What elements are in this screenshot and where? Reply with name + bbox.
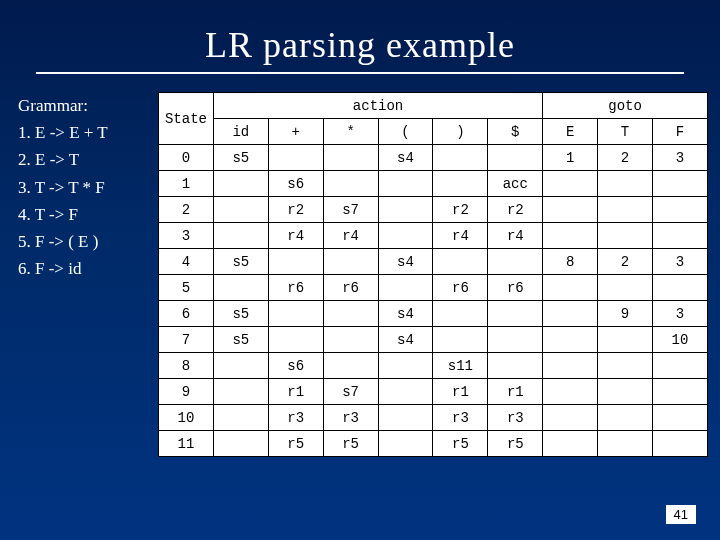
table-cell [323, 171, 378, 197]
table-cell [598, 171, 653, 197]
table-cell: r1 [268, 379, 323, 405]
table-cell [488, 249, 543, 275]
table-cell: r3 [323, 405, 378, 431]
table-cell [268, 327, 323, 353]
table-cell [653, 171, 708, 197]
table-cell: acc [488, 171, 543, 197]
col-header: $ [488, 119, 543, 145]
table-cell: 9 [598, 301, 653, 327]
table-cell [433, 249, 488, 275]
table-cell [378, 197, 433, 223]
table-cell: s4 [378, 249, 433, 275]
table-cell [488, 353, 543, 379]
table-cell [323, 327, 378, 353]
grammar-rule: 5. F -> ( E ) [18, 228, 148, 255]
grammar-heading: Grammar: [18, 92, 148, 119]
table-cell [653, 197, 708, 223]
table-cell [433, 327, 488, 353]
table-cell [653, 223, 708, 249]
page-number: 41 [666, 505, 696, 524]
table-cell [378, 379, 433, 405]
table-cell [323, 145, 378, 171]
table-cell [488, 327, 543, 353]
grammar-block: Grammar: 1. E -> E + T 2. E -> T 3. T ->… [18, 92, 158, 282]
table-cell: r1 [433, 379, 488, 405]
table-cell: r3 [268, 405, 323, 431]
table-cell: r1 [488, 379, 543, 405]
table-cell [213, 431, 268, 457]
slide-title: LR parsing example [0, 0, 720, 72]
table-cell: 3 [653, 249, 708, 275]
table-cell: r5 [268, 431, 323, 457]
table-cell: 2 [598, 249, 653, 275]
table-cell [433, 301, 488, 327]
table-cell: s5 [213, 145, 268, 171]
table-cell: r6 [268, 275, 323, 301]
col-group-goto: goto [543, 93, 708, 119]
table-cell [598, 353, 653, 379]
col-header: * [323, 119, 378, 145]
table-cell: s5 [213, 249, 268, 275]
table-cell: s5 [213, 301, 268, 327]
table-row: 9r1s7r1r1 [159, 379, 708, 405]
col-group-action: action [213, 93, 542, 119]
table-cell [378, 353, 433, 379]
table-cell [378, 275, 433, 301]
table-cell [598, 405, 653, 431]
table-row: 8s6s11 [159, 353, 708, 379]
table-cell [598, 431, 653, 457]
table-cell [543, 405, 598, 431]
table-row: 5r6r6r6r6 [159, 275, 708, 301]
table-cell [653, 405, 708, 431]
table-cell [488, 145, 543, 171]
table-cell: 1 [543, 145, 598, 171]
table-cell: s4 [378, 301, 433, 327]
table-cell [378, 171, 433, 197]
table-cell: r5 [323, 431, 378, 457]
table-cell: 11 [159, 431, 214, 457]
grammar-rule: 1. E -> E + T [18, 119, 148, 146]
table-cell [213, 353, 268, 379]
table-cell: r3 [433, 405, 488, 431]
col-header: + [268, 119, 323, 145]
table-cell [543, 431, 598, 457]
table-cell: s6 [268, 353, 323, 379]
table-cell: r4 [488, 223, 543, 249]
table-cell [543, 275, 598, 301]
table-cell [543, 327, 598, 353]
table-cell [543, 197, 598, 223]
table-cell [653, 275, 708, 301]
table-cell [213, 275, 268, 301]
table-cell [323, 353, 378, 379]
table-cell [433, 145, 488, 171]
table-cell [598, 275, 653, 301]
parse-table: State action goto id+*()$ETF 0s5s41231s6… [158, 92, 708, 457]
table-cell: r5 [488, 431, 543, 457]
table-cell: 10 [159, 405, 214, 431]
table-cell: 8 [543, 249, 598, 275]
table-cell [543, 223, 598, 249]
table-cell: 9 [159, 379, 214, 405]
table-cell [323, 301, 378, 327]
col-header: ( [378, 119, 433, 145]
table-cell: s7 [323, 197, 378, 223]
table-cell: r2 [268, 197, 323, 223]
table-cell [653, 379, 708, 405]
content-area: Grammar: 1. E -> E + T 2. E -> T 3. T ->… [0, 92, 720, 457]
table-cell: s5 [213, 327, 268, 353]
table-cell [543, 301, 598, 327]
table-cell [268, 301, 323, 327]
table-row: 11r5r5r5r5 [159, 431, 708, 457]
table-cell: r2 [488, 197, 543, 223]
table-cell: 0 [159, 145, 214, 171]
table-cell [213, 405, 268, 431]
table-cell: 8 [159, 353, 214, 379]
table-cell: 3 [653, 301, 708, 327]
table-cell [213, 223, 268, 249]
col-header: id [213, 119, 268, 145]
table-cell [543, 353, 598, 379]
table-row: 4s5s4823 [159, 249, 708, 275]
table-cell: 7 [159, 327, 214, 353]
table-cell [543, 379, 598, 405]
table-cell: 2 [598, 145, 653, 171]
